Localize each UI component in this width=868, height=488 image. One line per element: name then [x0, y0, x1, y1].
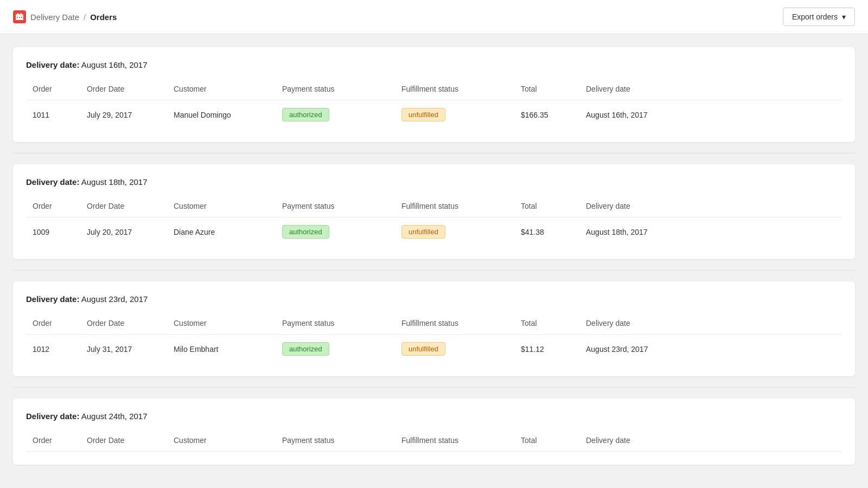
order-group-3: Delivery date: August 23rd, 2017 Order O… — [13, 281, 855, 376]
col-order-1: Order — [26, 80, 80, 100]
breadcrumb-current: Orders — [90, 12, 117, 22]
delivery-date-cell: August 18th, 2017 — [579, 217, 842, 247]
col-order-date-3: Order Date — [80, 314, 167, 335]
customer-name: Manuel Domingo — [167, 100, 276, 130]
delivery-date-value-4: August 24th, 2017 — [81, 412, 148, 421]
col-fulfillment-status-3: Fulfillment status — [395, 314, 514, 335]
fulfillment-status-cell: unfulfilled — [395, 100, 514, 130]
col-payment-status-4: Payment status — [276, 432, 395, 452]
delivery-date-header-1: Delivery date: August 16th, 2017 — [26, 60, 842, 69]
delivery-date-value-3: August 23rd, 2017 — [81, 294, 148, 304]
app-icon — [13, 10, 26, 23]
col-fulfillment-status-4: Fulfillment status — [395, 432, 514, 452]
breadcrumb-separator: / — [84, 12, 86, 22]
divider-2 — [13, 270, 855, 271]
svg-rect-5 — [19, 17, 20, 18]
payment-status-badge: authorized — [282, 225, 329, 239]
svg-rect-2 — [17, 13, 18, 15]
col-delivery-date-2: Delivery date — [579, 197, 842, 217]
payment-status-cell: authorized — [276, 217, 395, 247]
svg-rect-3 — [21, 13, 22, 15]
col-order-date-4: Order Date — [80, 432, 167, 452]
col-customer-1: Customer — [167, 80, 276, 100]
svg-rect-4 — [17, 17, 18, 18]
orders-table-1: Order Order Date Customer Payment status… — [26, 80, 842, 129]
col-fulfillment-status-1: Fulfillment status — [395, 80, 514, 100]
order-number: 1011 — [26, 100, 80, 130]
customer-name: Milo Embhart — [167, 335, 276, 364]
col-payment-status-1: Payment status — [276, 80, 395, 100]
col-customer-4: Customer — [167, 432, 276, 452]
order-total: $166.35 — [514, 100, 579, 130]
order-group-2: Delivery date: August 18th, 2017 Order O… — [13, 164, 855, 259]
orders-table-3: Order Order Date Customer Payment status… — [26, 314, 842, 363]
table-row[interactable]: 1012 July 31, 2017 Milo Embhart authoriz… — [26, 335, 842, 364]
order-total: $11.12 — [514, 335, 579, 364]
delivery-date-label-3: Delivery date: — [26, 294, 79, 304]
delivery-date-label-4: Delivery date: — [26, 412, 79, 421]
customer-name: Diane Azure — [167, 217, 276, 247]
delivery-date-value-2: August 18th, 2017 — [81, 177, 148, 187]
order-group-1: Delivery date: August 16th, 2017 Order O… — [13, 47, 855, 142]
order-number: 1009 — [26, 217, 80, 247]
order-group-4: Delivery date: August 24th, 2017 Order O… — [13, 399, 855, 465]
col-customer-2: Customer — [167, 197, 276, 217]
col-delivery-date-3: Delivery date — [579, 314, 842, 335]
col-delivery-date-1: Delivery date — [579, 80, 842, 100]
col-delivery-date-4: Delivery date — [579, 432, 842, 452]
payment-status-badge: authorized — [282, 108, 329, 121]
col-order-2: Order — [26, 197, 80, 217]
delivery-date-cell: August 23rd, 2017 — [579, 335, 842, 364]
divider-3 — [13, 387, 855, 388]
delivery-date-label-2: Delivery date: — [26, 177, 79, 187]
col-order-date-1: Order Date — [80, 80, 167, 100]
breadcrumb: Delivery Date / Orders — [13, 10, 117, 23]
col-order-3: Order — [26, 314, 80, 335]
export-orders-button[interactable]: Export orders ▾ — [783, 8, 855, 26]
delivery-date-value-1: August 16th, 2017 — [81, 60, 148, 69]
delivery-date-header-4: Delivery date: August 24th, 2017 — [26, 412, 842, 421]
col-order-date-2: Order Date — [80, 197, 167, 217]
order-number: 1012 — [26, 335, 80, 364]
fulfillment-status-badge: unfulfilled — [401, 225, 445, 239]
col-fulfillment-status-2: Fulfillment status — [395, 197, 514, 217]
col-payment-status-3: Payment status — [276, 314, 395, 335]
col-order-4: Order — [26, 432, 80, 452]
col-customer-3: Customer — [167, 314, 276, 335]
fulfillment-status-cell: unfulfilled — [395, 217, 514, 247]
table-row[interactable]: 1011 July 29, 2017 Manuel Domingo author… — [26, 100, 842, 130]
col-total-1: Total — [514, 80, 579, 100]
order-date: July 20, 2017 — [80, 217, 167, 247]
orders-table-4: Order Order Date Customer Payment status… — [26, 432, 842, 452]
main-content: Delivery date: August 16th, 2017 Order O… — [0, 34, 868, 478]
payment-status-cell: authorized — [276, 100, 395, 130]
delivery-date-cell: August 16th, 2017 — [579, 100, 842, 130]
svg-rect-6 — [21, 17, 22, 18]
orders-table-2: Order Order Date Customer Payment status… — [26, 197, 842, 246]
app-header: Delivery Date / Orders Export orders ▾ — [0, 0, 868, 34]
delivery-date-header-2: Delivery date: August 18th, 2017 — [26, 177, 842, 187]
col-total-3: Total — [514, 314, 579, 335]
fulfillment-status-badge: unfulfilled — [401, 342, 445, 356]
order-date: July 29, 2017 — [80, 100, 167, 130]
table-row[interactable]: 1009 July 20, 2017 Diane Azure authorize… — [26, 217, 842, 247]
payment-status-cell: authorized — [276, 335, 395, 364]
col-total-2: Total — [514, 197, 579, 217]
order-total: $41.38 — [514, 217, 579, 247]
col-payment-status-2: Payment status — [276, 197, 395, 217]
delivery-date-label-1: Delivery date: — [26, 60, 79, 69]
chevron-down-icon: ▾ — [842, 12, 846, 21]
fulfillment-status-badge: unfulfilled — [401, 108, 445, 121]
delivery-date-header-3: Delivery date: August 23rd, 2017 — [26, 294, 842, 304]
divider-1 — [13, 153, 855, 153]
breadcrumb-parent[interactable]: Delivery Date — [30, 12, 79, 22]
fulfillment-status-cell: unfulfilled — [395, 335, 514, 364]
payment-status-badge: authorized — [282, 342, 329, 356]
order-date: July 31, 2017 — [80, 335, 167, 364]
col-total-4: Total — [514, 432, 579, 452]
